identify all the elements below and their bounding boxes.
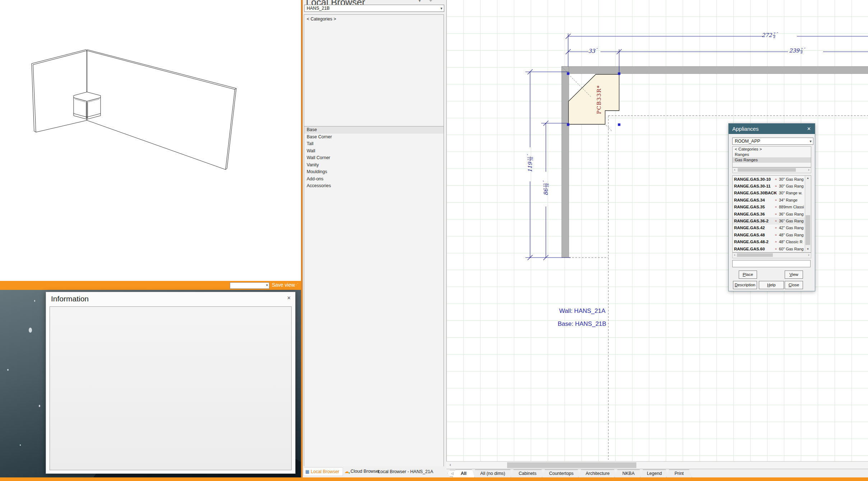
appliance-list: RANGE.GAS.30-10»30" Gas Rang RANGE.GAS.3…: [732, 175, 811, 253]
view-button[interactable]: View: [785, 270, 803, 279]
list-item[interactable]: Accessories: [304, 182, 444, 190]
scroll-right-icon[interactable]: ›: [807, 253, 811, 257]
base-name-label: Base: HANS_21B: [558, 320, 606, 328]
appliance-item[interactable]: RANGE.GAS.30-11»30" Gas Rang: [733, 182, 811, 189]
scrollbar-thumb[interactable]: [737, 253, 773, 257]
tab-print[interactable]: Print: [666, 470, 692, 477]
item-arrow-icon: »: [775, 240, 779, 244]
appliance-catalog-selector[interactable]: ROOM_APP ▾: [732, 138, 813, 145]
list-item[interactable]: Wall Corner: [304, 154, 444, 162]
tab-architecture[interactable]: Architecture: [578, 470, 617, 477]
plan-hscrollbar[interactable]: ‹: [446, 461, 868, 469]
scroll-up-icon[interactable]: ▴: [805, 176, 811, 180]
appliance-item[interactable]: RANGE.GAS.30BACK»30" Range w.: [733, 190, 811, 196]
scroll-down-icon[interactable]: ▾: [805, 247, 811, 251]
tab-nkba[interactable]: NKBA: [614, 470, 642, 477]
item-arrow-icon: »: [775, 177, 779, 181]
close-button[interactable]: Close: [785, 281, 803, 289]
dialog-titlebar[interactable]: Appliances ✕: [729, 124, 815, 134]
list-hscrollbar[interactable]: ‹ ›: [732, 253, 811, 258]
plus-badge: +: [348, 471, 350, 475]
tab-cabinets[interactable]: Cabinets: [511, 470, 544, 477]
cloud-browser-tab[interactable]: ☁+ Cloud Browser: [343, 467, 380, 475]
information-title: Information: [51, 295, 89, 303]
categories-box[interactable]: < Categories >: [304, 14, 444, 127]
list-item[interactable]: Vanity: [304, 162, 444, 169]
appliance-item[interactable]: RANGE.GAS.35»889mm Classi: [733, 204, 811, 211]
local-browser-icon: ▦: [305, 469, 309, 474]
plan-tab-bar: ◁ All All (no dims) Cabinets Countertops…: [446, 469, 868, 478]
categories-breadcrumb[interactable]: < Categories >: [304, 15, 444, 22]
dimension-label: 272 78 ″: [762, 32, 778, 38]
scrollbar-thumb[interactable]: [738, 168, 796, 172]
item-arrow-icon: »: [775, 198, 779, 202]
item-arrow-icon: »: [775, 219, 779, 223]
help-button[interactable]: Help: [759, 281, 784, 289]
list-vscrollbar[interactable]: ▴ ▾: [805, 176, 811, 251]
information-content: [50, 306, 292, 470]
category-list: Base Base Corner Tall Wall Wall Corner V…: [304, 126, 444, 467]
tab-all[interactable]: All: [452, 470, 475, 477]
category-item[interactable]: Ranges: [733, 152, 811, 157]
appliance-item-selected[interactable]: RANGE.GAS.36-2»36" Gas Rang: [733, 217, 811, 224]
chevron-down-icon[interactable]: ▾: [440, 5, 442, 11]
scroll-right-icon[interactable]: ›: [807, 168, 811, 172]
appliance-item[interactable]: RANGE.GAS.48»48" Gas Rang: [733, 231, 811, 238]
chevron-down-icon[interactable]: ▾: [809, 138, 812, 144]
cabinet-label: PCB33R*: [596, 85, 602, 114]
list-item[interactable]: Add-ons: [304, 176, 444, 183]
scroll-left-icon[interactable]: ‹: [733, 168, 737, 172]
local-browser-tab[interactable]: ▦ Local Browser: [303, 467, 343, 476]
save-view-combo[interactable]: ▾: [230, 282, 269, 289]
3d-wireframe: [0, 0, 301, 281]
appliance-item[interactable]: RANGE.GAS.34»34" Range: [733, 196, 811, 203]
scrollbar-thumb[interactable]: [507, 462, 636, 468]
appliance-categories: < Categories > Ranges Gas Ranges: [732, 146, 811, 167]
tab-countertops[interactable]: Countertops: [542, 470, 581, 477]
category-item-selected[interactable]: Gas Ranges: [733, 157, 811, 163]
appliance-item[interactable]: RANGE.GAS.30-10»30" Gas Rang: [733, 176, 811, 182]
cabinet-pcb33r[interactable]: PCB33R*: [568, 74, 619, 124]
list-item[interactable]: Mouldings: [304, 168, 444, 176]
close-icon[interactable]: ✕: [287, 295, 291, 301]
appliance-item[interactable]: RANGE.GAS.48-2»48" Classic R: [733, 239, 811, 245]
categories-breadcrumb[interactable]: < Categories >: [733, 147, 811, 152]
scrollbar-thumb[interactable]: [806, 215, 810, 245]
3d-viewport[interactable]: [0, 0, 301, 281]
appliance-item[interactable]: RANGE.GAS.42»42" Gas Rang: [733, 225, 811, 231]
close-icon[interactable]: ✕: [807, 126, 811, 131]
viewport-toolbar: ▾ Save view ⋰: [0, 281, 301, 290]
appliance-item[interactable]: RANGE.GAS.60»60" Gas Rang: [733, 245, 811, 252]
window-menu-icon[interactable]: ▾: [415, 0, 424, 3]
list-item[interactable]: Base Corner: [304, 134, 444, 141]
scroll-left-icon[interactable]: ‹: [733, 253, 737, 257]
appliances-dialog: Appliances ✕ ROOM_APP ▾ < Categories > R…: [728, 123, 815, 291]
save-view-button[interactable]: Save view: [272, 282, 295, 288]
dimension-label: 86 1516 ″: [543, 170, 549, 206]
pin-icon[interactable]: +: [426, 0, 436, 3]
chevron-down-icon[interactable]: ▾: [266, 283, 268, 287]
cloud-icon: ☁+: [344, 469, 349, 474]
catalog-selector-value: ROOM_APP: [735, 139, 760, 144]
place-button[interactable]: Place: [739, 270, 757, 279]
list-item[interactable]: Base: [304, 126, 444, 134]
item-arrow-icon: »: [775, 226, 779, 230]
item-arrow-icon: »: [775, 212, 779, 216]
tab-legend[interactable]: Legend: [640, 470, 669, 477]
active-document-label: Local Browser - HANS_21A: [378, 469, 433, 474]
item-arrow-icon: »: [775, 247, 779, 251]
categories-hscrollbar[interactable]: ‹ ›: [732, 167, 811, 173]
list-item[interactable]: Tall: [304, 140, 444, 148]
appliance-item[interactable]: RANGE.GAS.36»36" Gas Rang: [733, 211, 811, 217]
list-item[interactable]: Wall: [304, 148, 444, 155]
room-selector[interactable]: HANS_21B ▾: [304, 5, 444, 12]
item-arrow-icon: »: [775, 205, 779, 209]
description-button[interactable]: Description: [733, 281, 757, 289]
item-arrow-icon: »: [775, 191, 779, 195]
dimension-label: 239 78 ″: [789, 47, 805, 54]
browser-status-bar: ▦ Local Browser ☁+ Cloud Browser Local B…: [303, 466, 446, 477]
tab-all-no-dims[interactable]: All (no dims): [472, 470, 513, 477]
appliance-search-field[interactable]: [732, 260, 811, 267]
scroll-left-icon[interactable]: ‹: [447, 462, 453, 468]
resize-grip-icon[interactable]: ⋰: [294, 282, 299, 287]
